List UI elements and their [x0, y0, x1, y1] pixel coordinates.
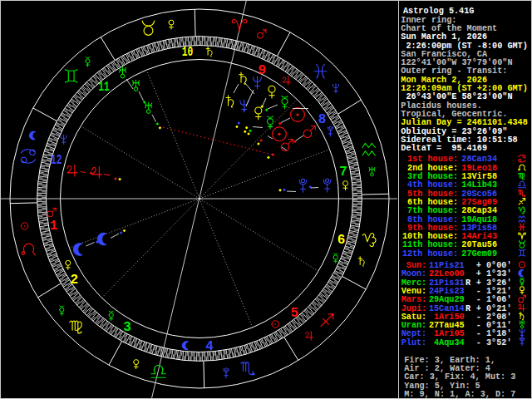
svg-text:2: 2 [70, 273, 78, 288]
svg-text:12: 12 [51, 153, 62, 168]
svg-text:4Aqu34: 4Aqu34 [434, 337, 465, 347]
svg-text:DeltaT = 95.4169: DeltaT = 95.4169 [401, 142, 487, 153]
svg-text:9: 9 [258, 63, 266, 78]
svg-text:Plut:: Plut: [401, 337, 427, 347]
svg-text:3: 3 [123, 320, 131, 335]
svg-text:27Gem09: 27Gem09 [461, 248, 497, 259]
svg-text:7: 7 [339, 165, 347, 180]
svg-text:4: 4 [205, 339, 214, 354]
svg-text:12th house:: 12th house: [402, 248, 458, 259]
svg-text:M: 9, N: 1, A: 3, D: 7: M: 9, N: 1, A: 3, D: 7 [404, 388, 515, 399]
svg-text:5: 5 [290, 306, 298, 321]
svg-text:R: R [466, 303, 470, 313]
svg-text:8: 8 [318, 112, 327, 127]
svg-text:6: 6 [337, 233, 346, 248]
svg-text:11: 11 [98, 80, 110, 95]
svg-text:10: 10 [182, 45, 194, 60]
svg-text:1: 1 [50, 219, 58, 234]
svg-text:- 3°52': - 3°52' [476, 337, 512, 347]
svg-text:R: R [466, 277, 470, 288]
